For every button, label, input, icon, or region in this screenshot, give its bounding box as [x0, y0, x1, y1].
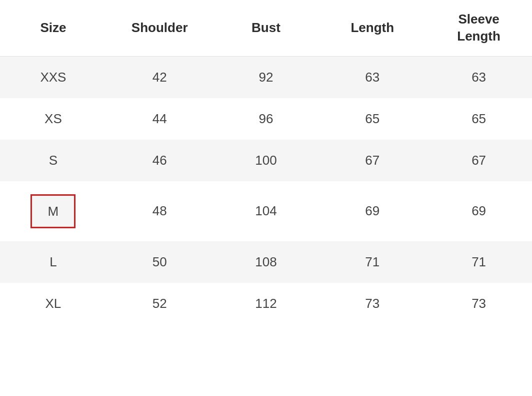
header-size: Size [0, 0, 106, 56]
table-row: L501087171 [0, 241, 532, 283]
shoulder-cell: 52 [106, 283, 213, 324]
size-cell: XS [0, 98, 106, 140]
size-cell: XXS [0, 56, 106, 98]
size-chart-table: Size Shoulder Bust Length SleeveLength X… [0, 0, 532, 324]
length-cell: 65 [319, 98, 426, 140]
shoulder-cell: 44 [106, 98, 213, 140]
size-cell: M [0, 181, 106, 241]
header-sleeve-length: SleeveLength [426, 0, 532, 56]
length-cell: 69 [319, 181, 426, 241]
table-row: XXS42926363 [0, 56, 532, 98]
bust-cell: 108 [213, 241, 320, 283]
header-length: Length [319, 0, 426, 56]
table-row: XL521127373 [0, 283, 532, 324]
sleeve-cell: 73 [426, 283, 532, 324]
size-cell: S [0, 140, 106, 181]
sleeve-cell: 63 [426, 56, 532, 98]
table-row: S461006767 [0, 140, 532, 181]
shoulder-cell: 48 [106, 181, 213, 241]
sleeve-cell: 67 [426, 140, 532, 181]
shoulder-cell: 46 [106, 140, 213, 181]
length-cell: 67 [319, 140, 426, 181]
table-header-row: Size Shoulder Bust Length SleeveLength [0, 0, 532, 56]
bust-cell: 112 [213, 283, 320, 324]
shoulder-cell: 50 [106, 241, 213, 283]
sleeve-cell: 69 [426, 181, 532, 241]
sleeve-cell: 65 [426, 98, 532, 140]
length-cell: 73 [319, 283, 426, 324]
bust-cell: 104 [213, 181, 320, 241]
size-cell: XL [0, 283, 106, 324]
table-row: XS44966565 [0, 98, 532, 140]
bust-cell: 92 [213, 56, 320, 98]
size-cell: L [0, 241, 106, 283]
header-bust: Bust [213, 0, 320, 56]
shoulder-cell: 42 [106, 56, 213, 98]
sleeve-cell: 71 [426, 241, 532, 283]
highlighted-size-value: M [30, 194, 76, 228]
table-row: M481046969 [0, 181, 532, 241]
size-chart-container: Size Shoulder Bust Length SleeveLength X… [0, 0, 532, 396]
length-cell: 63 [319, 56, 426, 98]
bust-cell: 100 [213, 140, 320, 181]
length-cell: 71 [319, 241, 426, 283]
bust-cell: 96 [213, 98, 320, 140]
header-shoulder: Shoulder [106, 0, 213, 56]
